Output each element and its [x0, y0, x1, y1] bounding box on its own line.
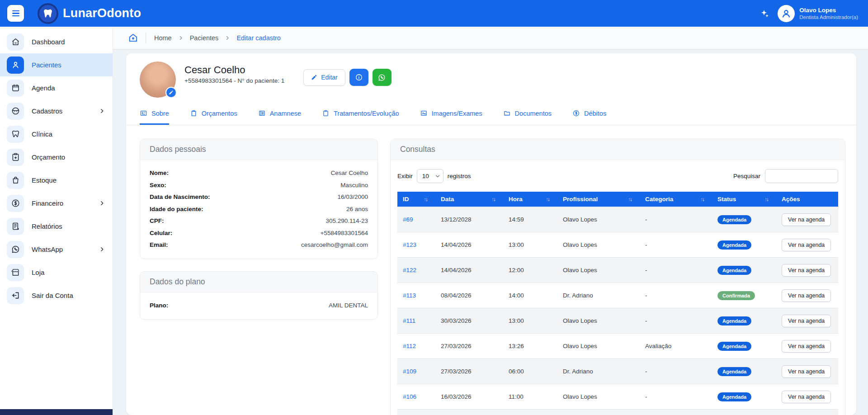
edit-button[interactable]: Editar — [303, 69, 345, 86]
consulta-id-link[interactable]: #113 — [403, 292, 416, 299]
tab-debitos[interactable]: Débitos — [572, 109, 606, 125]
dollar-circle-icon — [7, 195, 24, 212]
consulta-id-link[interactable]: #112 — [403, 343, 416, 349]
field-row: Celular:+5584983301564 — [150, 230, 368, 236]
sort-icon: ↑↓ — [424, 197, 428, 202]
tab-anamnese[interactable]: Anamnese — [258, 109, 301, 125]
tab-tratamentos[interactable]: Tratamentos/Evolução — [322, 109, 399, 125]
exibir-label: Exibir — [397, 173, 413, 179]
edit-photo-button[interactable] — [165, 87, 177, 98]
bag-icon — [7, 172, 24, 189]
chevron-right-icon — [99, 108, 105, 114]
sort-icon: ↑↓ — [628, 197, 632, 202]
table-row: #123 14/04/2026 13:00 Olavo Lopes - Agen… — [397, 232, 838, 258]
page-size-select[interactable]: 10 — [417, 169, 443, 183]
sidebar-item-whatsapp[interactable]: WhatsApp — [0, 238, 113, 261]
whatsapp-icon — [377, 73, 386, 82]
face-icon — [7, 103, 24, 120]
col-data[interactable]: Data↑↓ — [435, 192, 503, 207]
whatsapp-button[interactable] — [373, 69, 392, 86]
panel-title: Dados pessoais — [140, 139, 377, 160]
patient-subtitle: +5584983301564 - N° do paciente: 1 — [184, 77, 284, 84]
col-id[interactable]: ID↑↓ — [397, 192, 435, 207]
table-row: #106 16/03/2026 11:00 Olavo Lopes - Agen… — [397, 384, 838, 410]
sidebar-item-relatorios[interactable]: Relatórios — [0, 215, 113, 238]
status-badge: Agendada — [717, 367, 751, 376]
sidebar-item-estoque[interactable]: Estoque — [0, 169, 113, 192]
col-categoria[interactable]: Categoria↑↓ — [640, 192, 712, 207]
sort-icon: ↑↓ — [546, 197, 550, 202]
menu-toggle-button[interactable] — [7, 5, 24, 22]
ver-na-agenda-button[interactable]: Ver na agenda — [782, 365, 831, 378]
ver-na-agenda-button[interactable]: Ver na agenda — [782, 264, 831, 277]
field-row: Data de Nascimento:16/03/2000 — [150, 193, 368, 200]
breadcrumb: Home Pacientes Editar cadastro — [113, 27, 868, 49]
folder-icon — [503, 109, 511, 117]
sidebar-item-sair[interactable]: Sair da Conta — [0, 284, 113, 307]
sidebar: Dashboard Pacientes Agenda Cadastros Clí… — [0, 27, 113, 415]
patient-tabs: Sobre Orçamentos Anamnese Tratamentos/Ev… — [126, 109, 856, 125]
sparkle-icon[interactable] — [760, 8, 770, 19]
col-hora[interactable]: Hora↑↓ — [503, 192, 557, 207]
sidebar-item-orcamento[interactable]: Orçamento — [0, 146, 113, 169]
sidebar-item-pacientes[interactable]: Pacientes — [0, 53, 113, 76]
chevron-right-icon — [178, 35, 184, 41]
col-profissional[interactable]: Profissional↑↓ — [557, 192, 640, 207]
status-badge: Agendada — [717, 215, 751, 224]
breadcrumb-home[interactable]: Home — [154, 34, 172, 42]
consultas-table: ID↑↓ Data↑↓ Hora↑↓ Profissional↑↓ Catego… — [397, 192, 838, 415]
tooth-icon — [7, 126, 24, 143]
home-icon[interactable] — [128, 33, 138, 43]
user-menu[interactable]: Olavo Lopes Dentista Administrador(a) — [778, 5, 858, 22]
info-button[interactable] — [349, 69, 368, 86]
consulta-id-link[interactable]: #123 — [403, 241, 416, 248]
ver-na-agenda-button[interactable]: Ver na agenda — [782, 213, 831, 226]
ver-na-agenda-button[interactable]: Ver na agenda — [782, 391, 831, 403]
search-input[interactable] — [765, 169, 838, 183]
sidebar-item-clinica[interactable]: Clínica — [0, 123, 113, 146]
sidebar-item-loja[interactable]: Loja — [0, 261, 113, 284]
table-row: #109 27/03/2026 06:00 Dr. Adriano - Agen… — [397, 359, 838, 384]
tab-orcamentos[interactable]: Orçamentos — [190, 109, 237, 125]
user-name: Olavo Lopes — [799, 7, 858, 14]
topbar: LunarOdonto Olavo Lopes Dentista Adminis… — [0, 0, 868, 27]
col-status[interactable]: Status↑↓ — [712, 192, 776, 207]
tab-sobre[interactable]: Sobre — [140, 109, 169, 125]
col-acoes: Ações — [776, 192, 838, 207]
sidebar-item-agenda[interactable]: Agenda — [0, 76, 113, 99]
breadcrumb-pacientes[interactable]: Pacientes — [190, 34, 219, 42]
panel-title: Dados do plano — [140, 272, 377, 292]
breadcrumb-current: Editar cadastro — [236, 34, 281, 42]
sidebar-item-cadastros[interactable]: Cadastros — [0, 99, 113, 123]
brand: LunarOdonto — [38, 3, 141, 24]
status-badge: Agendada — [717, 316, 751, 325]
chevron-down-icon — [435, 174, 439, 178]
ver-na-agenda-button[interactable]: Ver na agenda — [782, 340, 831, 353]
status-badge: Agendada — [717, 266, 751, 275]
table-row: #112 27/03/2026 13:26 Olavo Lopes Avalia… — [397, 334, 838, 359]
image-icon — [420, 109, 428, 117]
clipboard-plus-icon — [7, 149, 24, 166]
consulta-id-link[interactable]: #69 — [403, 216, 413, 223]
table-row: #105 11/03/2026 09:00 Dr. Adriano - Agen… — [397, 410, 838, 415]
sidebar-item-financeiro[interactable]: Financeiro — [0, 192, 113, 215]
field-row: Idade do paciente:26 anos — [150, 206, 368, 212]
tab-documentos[interactable]: Documentos — [503, 109, 552, 125]
consulta-id-link[interactable]: #106 — [403, 393, 416, 400]
user-avatar-icon — [778, 5, 795, 22]
divider — [146, 32, 146, 44]
ver-na-agenda-button[interactable]: Ver na agenda — [782, 315, 831, 327]
consulta-id-link[interactable]: #109 — [403, 368, 416, 375]
sidebar-item-dashboard[interactable]: Dashboard — [0, 30, 113, 53]
tab-imagens[interactable]: Imagens/Exames — [420, 109, 482, 125]
panel-title: Consultas — [391, 139, 845, 160]
report-icon — [7, 218, 24, 235]
ver-na-agenda-button[interactable]: Ver na agenda — [782, 289, 831, 302]
field-row: Plano:AMIL DENTAL — [150, 302, 368, 309]
clipboard-icon — [322, 109, 330, 117]
consulta-id-link[interactable]: #122 — [403, 267, 416, 274]
sidebar-footer — [0, 409, 113, 415]
consulta-id-link[interactable]: #111 — [403, 317, 415, 324]
ver-na-agenda-button[interactable]: Ver na agenda — [782, 239, 831, 251]
table-row: #122 14/04/2026 12:00 Olavo Lopes - Agen… — [397, 258, 838, 283]
